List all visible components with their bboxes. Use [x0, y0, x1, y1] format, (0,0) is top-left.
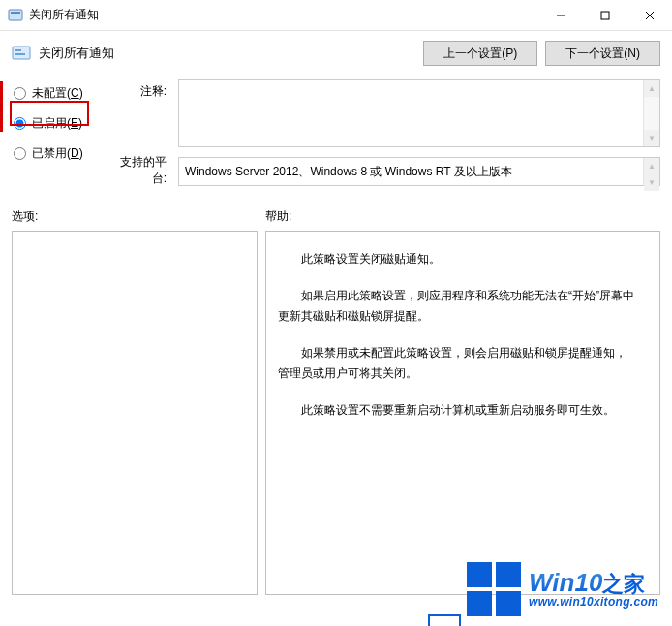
comment-textarea[interactable]: ▲ ▼: [178, 79, 660, 147]
help-pane: 此策略设置关闭磁贴通知。 如果启用此策略设置，则应用程序和系统功能无法在“开始”…: [265, 231, 660, 595]
next-setting-button[interactable]: 下一个设置(N): [545, 41, 660, 66]
help-paragraph: 此策略设置不需要重新启动计算机或重新启动服务即可生效。: [278, 400, 636, 420]
panes: 此策略设置关闭磁贴通知。 如果启用此策略设置，则应用程序和系统功能无法在“开始”…: [0, 231, 672, 595]
help-label: 帮助:: [265, 208, 660, 225]
scroll-down-icon: ▼: [644, 174, 659, 191]
radio-not-configured-input[interactable]: [14, 87, 26, 100]
radio-disabled[interactable]: 已禁用(D): [12, 143, 97, 164]
fields-column: ▲ ▼ Windows Server 2012、Windows 8 或 Wind…: [178, 79, 660, 187]
radio-not-configured[interactable]: 未配置(C): [12, 83, 97, 104]
platform-label: 支持的平台:: [108, 154, 167, 187]
app-icon: [8, 8, 23, 23]
svg-rect-1: [11, 12, 20, 14]
comment-scrollbar: ▲ ▼: [643, 80, 659, 146]
radio-enabled-input[interactable]: [14, 117, 26, 130]
previous-setting-button[interactable]: 上一个设置(P): [423, 41, 537, 66]
svg-rect-3: [601, 12, 609, 19]
scroll-up-icon: ▲: [644, 158, 659, 174]
help-paragraph: 此策略设置关闭磁贴通知。: [278, 249, 636, 268]
options-label: 选项:: [12, 208, 265, 225]
header-row: 关闭所有通知 上一个设置(P) 下一个设置(N): [0, 31, 672, 79]
watermark-url: www.win10xitong.com: [529, 596, 658, 609]
platform-textbox: Windows Server 2012、Windows 8 或 Windows …: [178, 157, 660, 186]
maximize-button[interactable]: [583, 0, 627, 31]
platform-scrollbar: ▲ ▼: [643, 158, 659, 185]
radio-disabled-input[interactable]: [14, 147, 26, 160]
policy-title: 关闭所有通知: [39, 45, 415, 62]
window-title: 关闭所有通知: [29, 7, 538, 23]
close-button[interactable]: [627, 0, 672, 31]
platform-value: Windows Server 2012、Windows 8 或 Windows …: [185, 165, 512, 178]
scroll-down-icon: ▼: [644, 130, 659, 146]
help-paragraph: 如果禁用或未配置此策略设置，则会启用磁贴和锁屏提醒通知，管理员或用户可将其关闭。: [278, 343, 636, 383]
config-area: 未配置(C) 已启用(E) 已禁用(D) 注释: 支持的平台: ▲ ▼ Wind…: [0, 79, 672, 191]
options-pane: [12, 231, 258, 595]
annotation-left-edge: [0, 81, 3, 132]
policy-icon: [12, 44, 31, 63]
section-labels: 选项: 帮助:: [0, 191, 672, 231]
annotation-bottom-edge: [428, 614, 461, 626]
svg-rect-0: [9, 10, 22, 20]
labels-column: 注释: 支持的平台:: [108, 79, 167, 187]
svg-rect-6: [13, 47, 30, 59]
comment-label: 注释:: [108, 83, 167, 100]
scroll-up-icon: ▲: [644, 80, 659, 97]
radio-enabled[interactable]: 已启用(E): [12, 113, 97, 134]
svg-rect-7: [15, 49, 21, 51]
state-radio-group: 未配置(C) 已启用(E) 已禁用(D): [12, 79, 97, 187]
svg-rect-8: [15, 53, 25, 55]
minimize-button[interactable]: [538, 0, 583, 31]
titlebar: 关闭所有通知: [0, 0, 672, 31]
help-paragraph: 如果启用此策略设置，则应用程序和系统功能无法在“开始”屏幕中更新其磁贴和磁贴锁屏…: [278, 286, 636, 326]
